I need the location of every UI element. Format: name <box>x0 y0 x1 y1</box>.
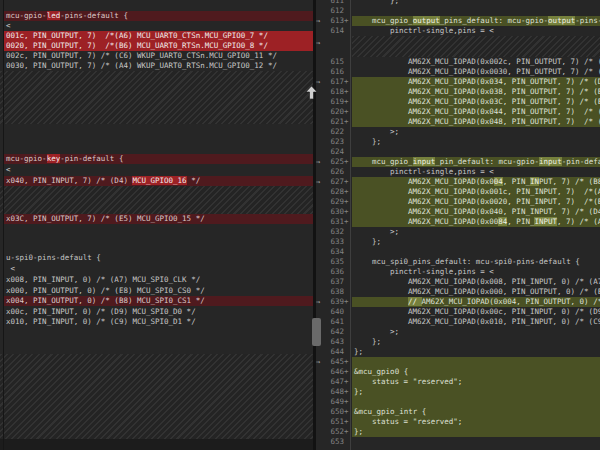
line-number-text: 617 <box>330 77 344 86</box>
code-text: , PIN_ <box>507 217 534 226</box>
line-number-text: 648 <box>330 387 344 396</box>
added-line-plus: + <box>344 417 349 427</box>
code-text: AM62X_MCU_IOPAD(0x040, PIN_INPUT, 7) /* … <box>408 207 600 216</box>
added-line-plus: + <box>344 397 349 407</box>
added-line-plus: + <box>344 387 349 397</box>
added-code-line: AM62X_MCU_IOPAD(0x004, PIN_INPUT, 7) /* … <box>352 177 600 187</box>
old-code-line: 0020, PIN_OUTPUT, 7) /*(B6) MCU_UART0_RT… <box>4 41 313 51</box>
line-number: 634 <box>314 247 344 257</box>
code-text: 84 <box>498 217 507 226</box>
code-text: output <box>548 16 575 25</box>
code-text: }; <box>372 237 381 246</box>
code-text: -pins-default { <box>60 11 128 20</box>
line-number: 650+ <box>314 407 344 417</box>
line-number-text: 641 <box>330 317 344 326</box>
line-number-text: 634 <box>330 247 344 256</box>
code-text: >; <box>390 127 399 136</box>
line-number: 622 <box>314 127 344 137</box>
line-number-text: 629 <box>330 197 344 206</box>
old-code-line: < <box>4 21 313 31</box>
line-number: 651+ <box>314 417 344 427</box>
code-text: 002c, PIN_OUTPUT, 7) /* (C6) WKUP_UART0_… <box>6 51 277 60</box>
added-code-line: mcu_gpio_input_pin_default: mcu-gpio-inp… <box>352 157 600 167</box>
code-text: AM62X_MCU_IOPAD(0x0030, PIN_OUTPUT, 7) /… <box>408 67 600 76</box>
code-text: 0020, PIN_OUTPUT, 7) /*(B6) MCU_UART0_RT… <box>6 41 268 50</box>
old-code-line: u-spi0-pins-default { <box>4 253 313 263</box>
added-line-plus: + <box>344 77 349 87</box>
new-code-line: }; <box>352 237 600 247</box>
code-text: 04 <box>494 177 503 186</box>
diff-nav-arrow-icon[interactable]: → <box>316 38 325 48</box>
line-number-text: 620 <box>330 107 344 116</box>
added-line-plus: + <box>344 407 349 417</box>
line-number-text: 642 <box>330 327 344 336</box>
line-number-text: 632 <box>330 227 344 236</box>
code-text: AM62X_MCU_IOPAD(0x00 <box>408 217 498 226</box>
new-code-line: pinctrl-single,pins = < <box>352 26 600 36</box>
code-text: input <box>539 157 562 166</box>
code-text: PUT, 7) /* (B8 <box>539 177 600 186</box>
old-code-line: x040, PIN_INPUT, 7) /* (D4) MCU_GPIO0_16… <box>4 176 313 186</box>
code-text: x000, PIN_OUTPUT, 0) /* (E8) MCU_SPI0_CS… <box>6 286 205 295</box>
new-code-line: }; <box>352 137 600 147</box>
new-code-line: AM62X_MCU_IOPAD(0x000, PIN_OUTPUT, 0) /*… <box>352 287 600 297</box>
old-code-line: < <box>4 165 313 175</box>
added-code-line: AM62X_MCU_IOPAD(0x0084, PIN_INPUT, 7) /*… <box>352 217 600 227</box>
line-number: 620+ <box>314 107 344 117</box>
line-number-text: 613 <box>330 16 344 25</box>
line-number: 618+ <box>314 87 344 97</box>
line-number: 629+ <box>314 197 344 207</box>
diff-nav-arrow-icon[interactable]: → <box>316 357 325 367</box>
line-number-text: 649 <box>330 397 344 406</box>
code-text: AM62X_MCU_IOPAD(0x03C, PIN_OUTPUT, 7) /*… <box>408 97 600 106</box>
line-number: 648+ <box>314 387 344 397</box>
code-text: */ <box>187 176 201 185</box>
code-text: mcu_gpio_ <box>372 157 413 166</box>
scrollbar-thumb[interactable] <box>312 318 321 346</box>
diff-nav-arrow-icon[interactable]: → <box>316 157 325 167</box>
line-number: 633 <box>314 237 344 247</box>
line-number: 637 <box>314 277 344 287</box>
code-text: AM62X_MCU_IOPAD(0x038, PIN_OUTPUT, 7) /*… <box>408 87 600 96</box>
diff-nav-arrow-icon[interactable]: → <box>316 297 325 307</box>
line-number: 624 <box>314 147 344 157</box>
line-number: 653 <box>314 437 344 447</box>
diff-nav-arrow-icon[interactable]: → <box>316 77 325 87</box>
added-line-plus: + <box>344 107 349 117</box>
added-code-line: AM62X_MCU_IOPAD(0x034, PIN_OUTPUT, 7) /*… <box>352 77 600 87</box>
old-code-line: 001c, PIN_OUTPUT, 7) /*(A6) MCU_UART0_CT… <box>4 31 313 41</box>
added-line-plus: + <box>344 207 349 217</box>
added-line-plus: + <box>344 16 349 26</box>
old-code-line: x004, PIN_OUTPUT, 0) /* (B8) MCU_SPI0_CS… <box>4 296 313 306</box>
new-code-line: >; <box>352 227 600 237</box>
code-text: >; <box>390 227 399 236</box>
diff-nav-arrow-icon[interactable]: → <box>316 16 325 26</box>
new-code-line: >; <box>352 127 600 137</box>
old-code-line: mcu-gpio-key-pin-default { <box>4 154 313 164</box>
new-code-line <box>352 247 600 257</box>
new-code-line <box>352 147 600 157</box>
code-text: }; <box>354 427 363 436</box>
code-text: status = "reserved"; <box>372 377 462 386</box>
line-number: 646+ <box>314 367 344 377</box>
line-number-text: 623 <box>330 137 344 146</box>
line-number-text: 646 <box>330 367 344 376</box>
added-line-plus: + <box>344 157 349 167</box>
code-text: , PIN_ <box>503 177 530 186</box>
code-text: input <box>413 157 436 166</box>
line-number-text: 616 <box>330 67 344 76</box>
line-number-text: 624 <box>330 147 344 156</box>
added-line-plus: + <box>344 187 349 197</box>
old-code-line: mcu-gpio-led-pins-default { <box>4 11 313 21</box>
diff-nav-arrow-icon[interactable]: → <box>316 177 325 187</box>
line-number: 623 <box>314 137 344 147</box>
new-code-line: >; <box>352 327 600 337</box>
old-code-line: 002c, PIN_OUTPUT, 7) /* (C6) WKUP_UART0_… <box>4 51 313 61</box>
code-text: _pins_default: mcu-gpio- <box>440 16 548 25</box>
code-text: mcu-gpio- <box>6 154 47 163</box>
added-code-line <box>352 357 600 367</box>
line-number: 640 <box>314 307 344 317</box>
code-text: }; <box>390 0 399 5</box>
up-arrow-icon[interactable] <box>306 86 317 102</box>
code-text: AM62X_MCU_IOPAD(0x001c, PIN_INPUT, 7) /*… <box>408 187 600 196</box>
